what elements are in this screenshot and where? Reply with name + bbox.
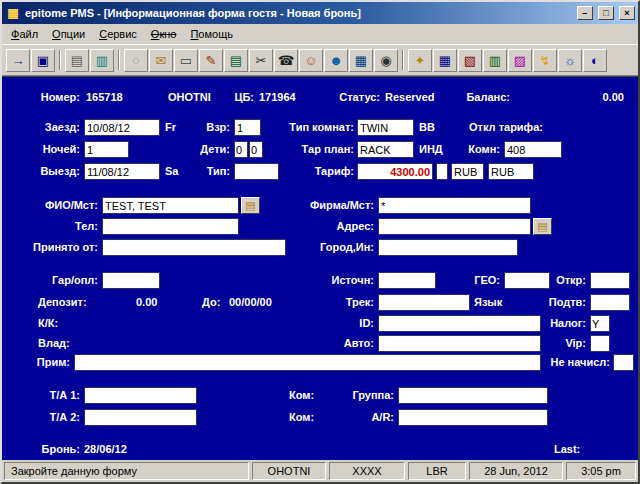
id-field[interactable] bbox=[378, 315, 541, 332]
adults-field[interactable] bbox=[234, 119, 261, 136]
reservation-number: 165718 bbox=[86, 91, 123, 103]
booking-date-value: 28/06/12 bbox=[84, 443, 127, 455]
deposit-label: Депозит: bbox=[38, 296, 87, 308]
guest-name-field[interactable] bbox=[102, 197, 239, 214]
add-guest-icon[interactable]: ☻ bbox=[324, 49, 348, 72]
accepted-by-field[interactable] bbox=[102, 239, 286, 256]
title-bar: ▦ epitome PMS - [Информационная форма го… bbox=[2, 2, 638, 24]
search-doc-icon[interactable]: ◉ bbox=[374, 49, 398, 72]
menu-help[interactable]: Помощь bbox=[183, 26, 240, 42]
source-field[interactable] bbox=[378, 272, 436, 289]
mail-icon[interactable]: ✉ bbox=[149, 49, 173, 72]
table-icon[interactable]: ▦ bbox=[433, 49, 457, 72]
guest-icon[interactable]: ☺ bbox=[299, 49, 323, 72]
address-lookup-button[interactable]: ▤ bbox=[533, 218, 552, 235]
minimize-button[interactable]: – bbox=[577, 6, 593, 20]
key-icon[interactable]: ✦ bbox=[408, 49, 432, 72]
ar-field[interactable] bbox=[398, 409, 548, 426]
globe-icon[interactable]: ☼ bbox=[558, 49, 582, 72]
status-message: Закройте данную форму bbox=[4, 462, 249, 480]
city-field[interactable] bbox=[378, 239, 518, 256]
arrival-date-field[interactable] bbox=[84, 119, 160, 136]
menu-options[interactable]: Опции bbox=[45, 26, 92, 42]
balance-value: 0.00 bbox=[603, 91, 624, 103]
currency1-field[interactable] bbox=[451, 163, 484, 180]
board-code: BB bbox=[419, 121, 435, 133]
no-charge-label: Не начисл: bbox=[542, 356, 610, 368]
status-value: Reserved bbox=[385, 91, 435, 103]
tax-field[interactable] bbox=[590, 315, 610, 332]
cascade-windows-icon[interactable]: ▥ bbox=[90, 49, 114, 72]
departure-date-field[interactable] bbox=[84, 163, 160, 180]
maximize-button[interactable]: □ bbox=[598, 6, 614, 20]
vip-field[interactable] bbox=[590, 335, 610, 352]
guarantee-field[interactable] bbox=[102, 272, 160, 289]
travel-agent2-field[interactable] bbox=[84, 409, 197, 426]
exit-door-icon[interactable]: → bbox=[6, 49, 30, 72]
auto-label: Авто: bbox=[332, 337, 374, 349]
toolbar-separator bbox=[402, 50, 404, 70]
company-field[interactable] bbox=[378, 197, 531, 214]
accepted-by-label: Принято от: bbox=[12, 241, 98, 253]
status-bar: Закройте данную форму OHOTNI XXXX LBR 28… bbox=[2, 460, 638, 482]
ar-label: А/R: bbox=[336, 411, 394, 423]
cut-icon[interactable]: ✂ bbox=[249, 49, 273, 72]
rate-amount-field[interactable] bbox=[357, 163, 433, 180]
save-icon[interactable]: ▣ bbox=[31, 49, 55, 72]
track-field[interactable] bbox=[378, 294, 470, 311]
close-button[interactable]: × bbox=[619, 6, 635, 20]
copy-icon[interactable]: ▤ bbox=[65, 49, 89, 72]
menu-service[interactable]: Сервис bbox=[92, 26, 144, 42]
address-field[interactable] bbox=[378, 218, 531, 235]
no-charge-field[interactable] bbox=[613, 354, 634, 371]
hotel-code: OHOTNI bbox=[168, 91, 211, 103]
group-label: Группа: bbox=[336, 389, 394, 401]
phone-icon[interactable]: ☎ bbox=[274, 49, 298, 72]
calendar-icon[interactable]: ▧ bbox=[458, 49, 482, 72]
app-icon: ▦ bbox=[5, 5, 21, 21]
ledger-icon[interactable]: ▤ bbox=[224, 49, 248, 72]
room-label: Комн: bbox=[454, 143, 500, 155]
language-label: Язык bbox=[474, 296, 502, 308]
menu-file[interactable]: Файл bbox=[4, 26, 45, 42]
print-icon[interactable]: ▭ bbox=[174, 49, 198, 72]
rate-extra-field[interactable] bbox=[436, 163, 448, 180]
edit-icon[interactable]: ✎ bbox=[199, 49, 223, 72]
grid-icon[interactable]: ▦ bbox=[349, 49, 373, 72]
group-field[interactable] bbox=[398, 387, 548, 404]
notes-field[interactable] bbox=[74, 354, 541, 371]
travel-agent1-field[interactable] bbox=[84, 387, 197, 404]
gift-icon[interactable]: ▨ bbox=[508, 49, 532, 72]
guarantee-label: Гар/опл: bbox=[30, 274, 98, 286]
status-label: Статус: bbox=[332, 91, 380, 103]
status-time: 3:05 pm bbox=[566, 462, 636, 480]
rate-deviation-label: Откл тарифа: bbox=[469, 121, 543, 133]
room-field[interactable] bbox=[504, 141, 562, 158]
auto-field[interactable] bbox=[378, 335, 541, 352]
info-icon[interactable]: ◐ bbox=[583, 49, 607, 72]
number-label: Номер: bbox=[26, 91, 80, 103]
open-field[interactable] bbox=[590, 272, 630, 289]
confirm-field[interactable] bbox=[590, 294, 630, 311]
travel-agent2-label: Т/А 2: bbox=[22, 411, 80, 423]
menu-bar: Файл Опции Сервис Окно Помощь bbox=[2, 24, 638, 44]
menu-window[interactable]: Окно bbox=[144, 26, 184, 42]
open-label: Откр: bbox=[544, 274, 586, 286]
children2-field[interactable] bbox=[249, 141, 263, 158]
room-type-field[interactable] bbox=[357, 119, 414, 136]
lightning-icon[interactable]: ↯ bbox=[533, 49, 557, 72]
children1-field[interactable] bbox=[234, 141, 248, 158]
geo-label: ГЕО: bbox=[454, 274, 500, 286]
guest-lookup-button[interactable]: ▤ bbox=[241, 197, 260, 214]
window-controls: – □ × bbox=[575, 6, 635, 20]
books-icon[interactable]: ▥ bbox=[483, 49, 507, 72]
nights-field[interactable] bbox=[84, 141, 129, 158]
balance-label: Баланс: bbox=[460, 91, 510, 103]
commission2-label: Ком: bbox=[289, 411, 314, 423]
adults-label: Взр: bbox=[190, 121, 230, 133]
rate-plan-field[interactable] bbox=[357, 141, 414, 158]
ring-icon[interactable]: ○ bbox=[124, 49, 148, 72]
phone-field[interactable] bbox=[102, 218, 239, 235]
currency2-field[interactable] bbox=[488, 163, 534, 180]
arrival-weekday: Fr bbox=[165, 121, 176, 133]
